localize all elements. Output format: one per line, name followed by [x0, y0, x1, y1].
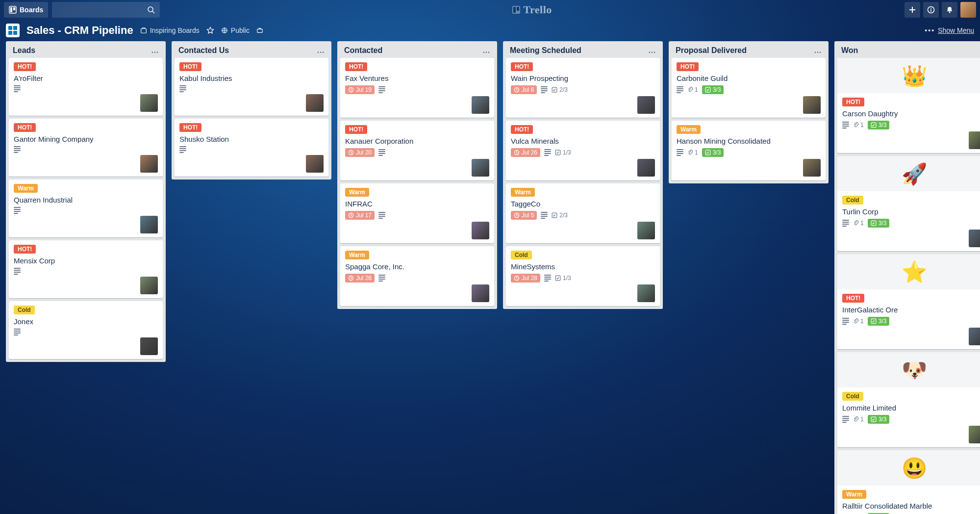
card[interactable]: 👑HOT!Carson Daughtry13/3 [837, 58, 980, 153]
card-label: HOT! [179, 62, 201, 71]
card-label: HOT! [842, 98, 864, 106]
card[interactable]: HOT!A'roFilter [9, 58, 163, 116]
card-label: Cold [842, 392, 863, 401]
card[interactable]: ColdMineSystemsJul 281/3 [506, 246, 660, 306]
card-member-avatar[interactable] [472, 222, 489, 239]
boards-button[interactable]: Boards [4, 2, 48, 18]
show-menu-label: Show Menu [938, 26, 974, 34]
card[interactable]: WarmHanson Mining Consolidated13/3 [672, 121, 826, 180]
card[interactable]: HOT!Fax VenturesJul 19 [340, 58, 494, 118]
clock-icon [348, 275, 354, 281]
card-member-avatar[interactable] [472, 284, 489, 302]
card-member-avatar[interactable] [472, 96, 489, 114]
due-badge: Jul 26 [345, 274, 375, 283]
list-menu-button[interactable]: … [482, 46, 490, 55]
visibility-button[interactable]: Public [221, 26, 250, 34]
card-member-avatar[interactable] [637, 159, 655, 177]
logo[interactable]: Trello [164, 3, 901, 16]
svg-point-11 [949, 12, 951, 13]
card[interactable]: 😃WarmRalltiir Consolidated Marble13/3 [837, 450, 980, 514]
card-member-avatar[interactable] [969, 131, 980, 149]
card-cover: 🐶 [837, 352, 980, 387]
description-icon [842, 416, 849, 423]
list[interactable]: Leads…HOT!A'roFilterHOT!Gantor Mining Co… [6, 41, 166, 362]
card[interactable]: WarmTaggeCoJul 52/3 [506, 183, 660, 243]
checklist-badge: 1/3 [555, 275, 571, 282]
card-member-avatar[interactable] [306, 94, 324, 112]
clock-icon [348, 212, 354, 218]
info-button[interactable] [923, 2, 939, 18]
show-menu-button[interactable]: ••• Show Menu [925, 26, 974, 34]
card[interactable]: 🚀ColdTurlin Corp13/3 [837, 156, 980, 251]
card-title: Carbonite Guild [677, 74, 821, 82]
list-header[interactable]: Won… [837, 44, 980, 58]
card[interactable]: ⭐HOT!InterGalactic Ore13/3 [837, 254, 980, 349]
card-member-avatar[interactable] [637, 96, 655, 114]
card-member-avatar[interactable] [637, 284, 655, 302]
list-header[interactable]: Contacted Us… [175, 44, 328, 58]
card-badges: 13/3 [842, 415, 980, 424]
card[interactable]: HOT!Shusko Station [175, 119, 328, 177]
card-member-avatar[interactable] [969, 426, 980, 443]
card-member-avatar[interactable] [472, 159, 489, 177]
user-avatar[interactable] [960, 2, 976, 18]
list[interactable]: Proposal Delivered…HOT!Carbonite Guild13… [669, 41, 829, 183]
card-member-avatar[interactable] [140, 155, 158, 173]
card-member-avatar[interactable] [306, 155, 324, 173]
card[interactable]: 🐶ColdLommite Limited13/3 [837, 352, 980, 447]
boards-button-label: Boards [20, 6, 43, 14]
create-button[interactable] [905, 2, 920, 18]
checklist-badge: 3/3 [868, 317, 890, 326]
card-member-avatar[interactable] [637, 222, 655, 239]
star-button[interactable] [206, 26, 214, 34]
attachment-icon [853, 318, 859, 324]
collection-link[interactable]: Inspiring Boards [140, 26, 200, 34]
list-menu-button[interactable]: … [814, 46, 822, 55]
card[interactable]: HOT!Vulca MineralsJul 261/3 [506, 121, 660, 180]
board-extra-button[interactable] [256, 27, 263, 34]
card[interactable]: WarmQuarren Industrial [9, 180, 163, 237]
globe-icon [221, 27, 228, 34]
notifications-button[interactable] [942, 2, 957, 18]
list-header[interactable]: Meeting Scheduled… [506, 44, 660, 58]
list-title: Leads [13, 46, 35, 55]
description-icon [544, 149, 551, 156]
search-input[interactable] [52, 2, 160, 18]
list-menu-button[interactable]: … [317, 46, 325, 55]
card-member-avatar[interactable] [140, 94, 158, 112]
list-header[interactable]: Contacted… [340, 44, 494, 58]
card-member-avatar[interactable] [803, 96, 821, 114]
attachment-badge: 1 [853, 416, 864, 423]
list[interactable]: Meeting Scheduled…HOT!Wain ProspectingJu… [503, 41, 663, 309]
card[interactable]: HOT!Kanauer CorporationJul 20 [340, 121, 494, 180]
card[interactable]: ColdJonex [9, 301, 163, 359]
card-title: Hanson Mining Consolidated [677, 137, 821, 145]
card-member-avatar[interactable] [140, 337, 158, 355]
card-member-avatar[interactable] [969, 328, 980, 345]
card[interactable]: HOT!Carbonite Guild13/3 [672, 58, 826, 118]
card-member-avatar[interactable] [803, 159, 821, 177]
card[interactable]: HOT!Wain ProspectingJul 62/3 [506, 58, 660, 118]
board-canvas[interactable]: Leads…HOT!A'roFilterHOT!Gantor Mining Co… [0, 41, 980, 514]
board-title[interactable]: Sales - CRM Pipeline [26, 24, 133, 37]
card-member-avatar[interactable] [969, 230, 980, 247]
card[interactable]: HOT!Mensix Corp [9, 240, 163, 298]
card-badges: Jul 20 [345, 148, 489, 157]
trello-logo-icon [512, 6, 520, 14]
card-member-avatar[interactable] [140, 277, 158, 294]
list[interactable]: Contacted…HOT!Fax VenturesJul 19HOT!Kana… [337, 41, 497, 309]
list-header[interactable]: Leads… [9, 44, 163, 58]
description-icon [541, 212, 548, 219]
list-header[interactable]: Proposal Delivered… [672, 44, 826, 58]
list-menu-button[interactable]: … [151, 46, 159, 55]
card[interactable]: WarmSpagga Core, Inc.Jul 26 [340, 246, 494, 306]
checklist-icon [552, 87, 557, 93]
card-member-avatar[interactable] [140, 216, 158, 233]
card[interactable]: WarmINFRACJul 17 [340, 183, 494, 243]
description-icon [842, 122, 849, 128]
list[interactable]: Contacted Us…HOT!Kabul IndustriesHOT!Shu… [172, 41, 331, 180]
card[interactable]: HOT!Gantor Mining Company [9, 119, 163, 177]
card[interactable]: HOT!Kabul Industries [175, 58, 328, 116]
list-menu-button[interactable]: … [648, 46, 656, 55]
list[interactable]: Won…👑HOT!Carson Daughtry13/3🚀ColdTurlin … [834, 41, 980, 514]
